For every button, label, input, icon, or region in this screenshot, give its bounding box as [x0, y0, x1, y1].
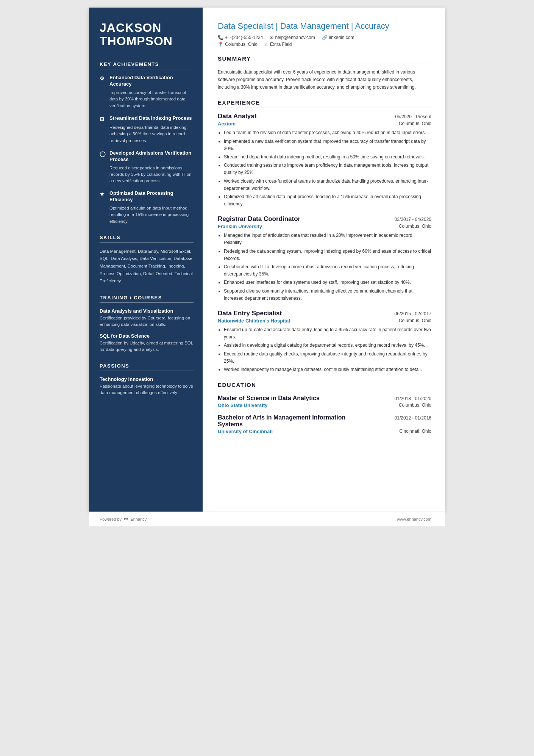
- job-company-3: Nationwide Children's Hospital: [218, 318, 290, 324]
- achievement-title-3: Developed Admissions Verification Proces…: [109, 150, 194, 163]
- bullet: Ensured up-to-date and accurate data ent…: [224, 326, 431, 341]
- education-section-title: EDUCATION: [218, 382, 431, 390]
- achievement-item: ⊟ Streamlined Data Indexing Process Rede…: [100, 115, 194, 144]
- email-icon: ✉: [270, 35, 273, 40]
- sidebar: JACKSON THOMPSON KEY ACHIEVEMENTS ⚙ Enha…: [89, 8, 203, 512]
- achievement-title-4: Optimized Data Processing Efficiency: [109, 190, 194, 203]
- job-company-2: Franklin University: [218, 224, 262, 229]
- location-icon: 📍: [218, 42, 223, 47]
- achievement-item: ★ Optimized Data Processing Efficiency O…: [100, 190, 194, 225]
- linkedin-icon: 🔗: [322, 35, 328, 40]
- achievement-icon-3: ◯: [100, 150, 106, 157]
- edu-location-2: Cincinnati, Ohio: [399, 429, 431, 434]
- contact-phone: 📞 +1-(234)-555-1234: [218, 35, 263, 40]
- bullet: Executed routine data quality checks, im…: [224, 351, 431, 365]
- job-location-3: Columbus, Ohio: [399, 318, 431, 324]
- powered-by-label: Powered by: [100, 517, 122, 521]
- job-block-3: Data Entry Specialist 06/2015 - 02/2017 …: [218, 310, 431, 373]
- achievement-icon-4: ★: [100, 191, 106, 197]
- achievement-desc-2: Redesigned departmental data indexing, a…: [100, 124, 194, 144]
- bullet: Redesigned the data scanning system, imp…: [224, 248, 431, 262]
- bullet: Assisted in developing a digital catalog…: [224, 342, 431, 349]
- edu-school-1: Ohio State University: [218, 402, 267, 408]
- job-block-1: Data Analyst 05/2020 - Present Acxiom Co…: [218, 113, 431, 208]
- achievement-title-2: Streamlined Data Indexing Process: [109, 115, 192, 122]
- experience-section-title: EXPERIENCE: [218, 99, 431, 108]
- job-location-2: Columbus, Ohio: [399, 224, 431, 229]
- training-desc-1: Certification provided by Coursera, focu…: [100, 315, 194, 328]
- edu-block-2: Bachelor of Arts in Management Informati…: [218, 414, 431, 434]
- edu-location-1: Columbus, Ohio: [399, 402, 431, 408]
- achievement-icon-1: ⚙: [100, 75, 106, 82]
- training-item: Data Analysis and Visualization Certific…: [100, 308, 194, 328]
- job-bullets-3: Ensured up-to-date and accurate data ent…: [218, 326, 431, 373]
- candidate-name: JACKSON THOMPSON: [100, 21, 194, 48]
- contact-extra: ☆ Extra Field: [264, 42, 292, 47]
- edu-block-1: Master of Science in Data Analytics 01/2…: [218, 395, 431, 408]
- achievement-desc-3: Reduced discrepancies in admissions reco…: [100, 165, 194, 185]
- achievement-title-1: Enhanced Data Verification Accuracy: [109, 75, 194, 88]
- powered-by: Powered by ∞ Enhancv: [100, 516, 147, 523]
- bullet: Collaborated with IT to develop a more r…: [224, 263, 431, 278]
- contact-linkedin: 🔗 linkedin.com: [322, 35, 354, 40]
- achievement-icon-2: ⊟: [100, 116, 106, 122]
- training-title-1: Data Analysis and Visualization: [100, 308, 194, 314]
- skills-section-title: SKILLS: [100, 235, 194, 243]
- training-item: SQL for Data Science Certification by Ud…: [100, 333, 194, 353]
- achievement-desc-4: Optimized articulation data input method…: [100, 205, 194, 225]
- achievement-desc-1: Improved accuracy of transfer transcript…: [100, 89, 194, 109]
- bullet: Worked independently to manage large dat…: [224, 366, 431, 373]
- main-content: Data Specialist | Data Management | Accu…: [203, 8, 445, 512]
- job-company-1: Acxiom: [218, 121, 236, 127]
- contact-row-2: 📍 Columbus, Ohio ☆ Extra Field: [218, 42, 431, 47]
- training-title-2: SQL for Data Science: [100, 333, 194, 339]
- bullet: Streamlined departmental data indexing m…: [224, 153, 431, 161]
- contact-row: 📞 +1-(234)-555-1234 ✉ help@enhancv.com 🔗…: [218, 35, 431, 40]
- summary-text: Enthusiastic data specialist with over 6…: [218, 69, 431, 91]
- enhancv-logo-icon: ∞: [124, 516, 128, 523]
- achievements-section-title: KEY ACHIEVEMENTS: [100, 61, 194, 69]
- bullet: Supported diverse community interactions…: [224, 288, 431, 302]
- footer-website: www.enhancv.com: [397, 517, 431, 521]
- achievement-item: ⚙ Enhanced Data Verification Accuracy Im…: [100, 75, 194, 109]
- job-bullets-1: Led a team in the revision of data trans…: [218, 129, 431, 208]
- passion-desc-1: Passionate about leveraging technology t…: [100, 383, 194, 396]
- job-block-2: Registrar Data Coordinator 03/2017 - 04/…: [218, 215, 431, 302]
- job-date-1: 05/2020 - Present: [395, 114, 431, 119]
- footer: Powered by ∞ Enhancv www.enhancv.com: [89, 512, 445, 526]
- training-list: Data Analysis and Visualization Certific…: [100, 308, 194, 353]
- passion-item: Technology Innovation Passionate about l…: [100, 376, 194, 396]
- job-date-3: 06/2015 - 02/2017: [395, 311, 431, 316]
- edu-date-1: 01/2018 - 01/2020: [395, 396, 431, 401]
- bullet: Enhanced user interfaces for data system…: [224, 279, 431, 286]
- headline: Data Specialist | Data Management | Accu…: [218, 21, 431, 31]
- passions-section-title: PASSIONS: [100, 363, 194, 371]
- bullet: Implemented a new data verification syst…: [224, 138, 431, 152]
- bullet: Led a team in the revision of data trans…: [224, 129, 431, 136]
- brand-name: Enhancv: [131, 517, 147, 521]
- star-icon: ☆: [264, 42, 269, 47]
- contact-email: ✉ help@enhancv.com: [270, 35, 315, 40]
- job-title-3: Data Entry Specialist: [218, 310, 282, 317]
- contact-location: 📍 Columbus, Ohio: [218, 42, 258, 47]
- bullet: Managed the input of articulation data t…: [224, 232, 431, 246]
- training-desc-2: Certification by Udacity, aimed at maste…: [100, 340, 194, 353]
- achievement-item: ◯ Developed Admissions Verification Proc…: [100, 150, 194, 185]
- summary-section-title: SUMMARY: [218, 55, 431, 64]
- achievements-list: ⚙ Enhanced Data Verification Accuracy Im…: [100, 75, 194, 225]
- bullet: Optimized the articulation data input pr…: [224, 193, 431, 208]
- passion-title-1: Technology Innovation: [100, 376, 194, 382]
- job-location-1: Columbus, Ohio: [399, 121, 431, 127]
- edu-degree-1: Master of Science in Data Analytics: [218, 395, 320, 402]
- passions-list: Technology Innovation Passionate about l…: [100, 376, 194, 396]
- edu-date-2: 01/2012 - 01/2016: [395, 415, 431, 421]
- edu-degree-2: Bachelor of Arts in Management Informati…: [218, 414, 357, 428]
- skills-text: Data Management, Data Entry, Microsoft E…: [100, 248, 194, 285]
- phone-icon: 📞: [218, 35, 223, 40]
- bullet: Conducted training sessions to improve t…: [224, 162, 431, 176]
- job-bullets-2: Managed the input of articulation data t…: [218, 232, 431, 302]
- bullet: Worked closely with cross-functional tea…: [224, 178, 431, 192]
- job-title-1: Data Analyst: [218, 113, 256, 120]
- edu-school-2: University of Cincinnati: [218, 429, 273, 434]
- training-section-title: TRAINING / COURSES: [100, 295, 194, 303]
